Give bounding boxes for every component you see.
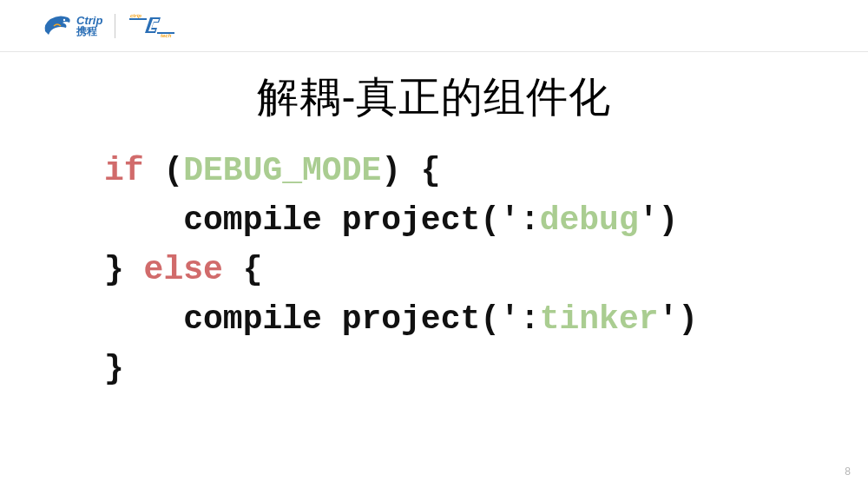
slide-header: Ctrip 携程 ctrip tech — [0, 0, 868, 52]
code-symbol-debugmode: DEBUG_MODE — [183, 152, 381, 189]
code-text: ') — [659, 300, 699, 338]
code-text: } — [104, 350, 124, 387]
code-keyword-if: if — [104, 152, 144, 189]
svg-point-0 — [63, 18, 65, 20]
ctrip-name-cn: 携程 — [76, 26, 102, 36]
code-text: ) { — [381, 152, 440, 189]
code-symbol-tinker: tinker — [540, 300, 659, 338]
code-keyword-else: else — [124, 251, 243, 288]
slide-title: 解耦-真正的组件化 — [17, 69, 851, 125]
dolphin-icon — [42, 14, 73, 38]
ctrip-logo: Ctrip 携程 — [42, 14, 102, 38]
page-number: 8 — [845, 465, 851, 478]
slide-content: 解耦-真正的组件化 if (DEBUG_MODE) { compile proj… — [0, 52, 868, 393]
ctrip-text: Ctrip 携程 — [76, 15, 102, 36]
svg-text:tech: tech — [161, 33, 172, 38]
code-text: compile project(': — [104, 300, 540, 338]
svg-text:ctrip: ctrip — [130, 14, 141, 18]
code-text: { — [243, 251, 263, 288]
code-text: compile project(': — [104, 201, 540, 239]
code-text: ') — [639, 201, 679, 239]
code-text: } — [104, 251, 124, 288]
code-text: ( — [144, 152, 184, 189]
logo-group: Ctrip 携程 ctrip tech — [42, 14, 176, 38]
code-block: if (DEBUG_MODE) { compile project(':debu… — [17, 146, 851, 393]
ctrip-tech-logo: ctrip tech — [128, 14, 176, 38]
logo-divider — [115, 14, 115, 38]
code-symbol-debug: debug — [540, 201, 639, 239]
